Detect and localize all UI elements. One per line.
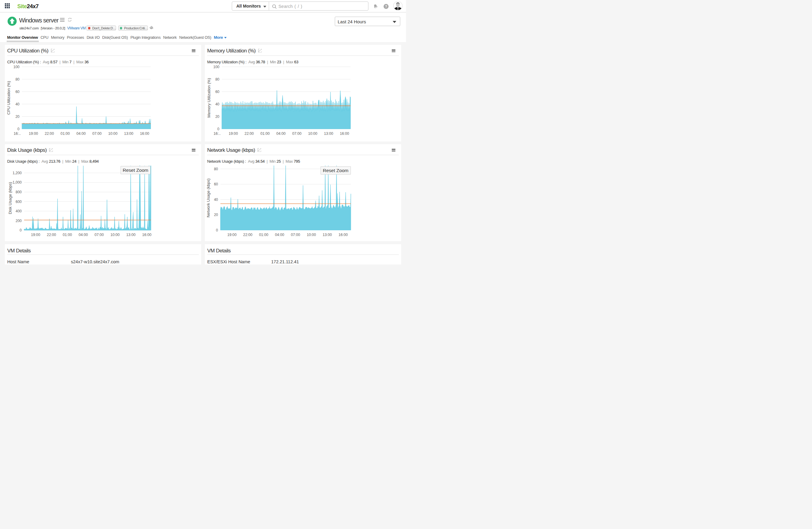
- svg-text:60: 60: [15, 90, 20, 94]
- svg-text:13:00: 13:00: [323, 233, 332, 237]
- svg-text:01:00: 01:00: [261, 132, 270, 136]
- svg-text:100: 100: [213, 65, 219, 69]
- svg-text:1,200: 1,200: [12, 171, 21, 175]
- svg-text:100: 100: [13, 65, 19, 69]
- svg-text:19:00: 19:00: [31, 233, 40, 237]
- svg-text:40: 40: [15, 102, 20, 106]
- svg-text:Memory Utilization (%): Memory Utilization (%): [207, 78, 211, 118]
- svg-text:04:00: 04:00: [276, 132, 286, 136]
- svg-text:16:00: 16:00: [340, 132, 349, 136]
- svg-text:10:00: 10:00: [108, 132, 118, 136]
- svg-text:80: 80: [214, 167, 218, 171]
- svg-text:Disk Usage (kbps): Disk Usage (kbps): [8, 182, 12, 214]
- svg-text:13:00: 13:00: [124, 132, 134, 136]
- svg-text:19:00: 19:00: [29, 132, 38, 136]
- svg-text:Network Usage (kbps): Network Usage (kbps): [206, 178, 211, 218]
- svg-text:1,000: 1,000: [12, 180, 21, 185]
- svg-text:16:00: 16:00: [142, 233, 151, 237]
- svg-text:13:00: 13:00: [126, 233, 136, 237]
- svg-text:20: 20: [15, 115, 20, 119]
- svg-text:16:00: 16:00: [338, 233, 348, 237]
- svg-text:60: 60: [214, 182, 218, 186]
- svg-text:0: 0: [216, 228, 218, 232]
- svg-text:0: 0: [18, 127, 20, 131]
- svg-text:01:00: 01:00: [61, 132, 70, 136]
- svg-text:01:00: 01:00: [259, 233, 269, 237]
- svg-text:10:00: 10:00: [308, 132, 318, 136]
- svg-text:40: 40: [215, 102, 220, 106]
- svg-text:07:00: 07:00: [291, 233, 300, 237]
- svg-text:22:00: 22:00: [47, 233, 56, 237]
- svg-text:0: 0: [20, 228, 22, 232]
- svg-text:200: 200: [15, 219, 21, 223]
- svg-text:800: 800: [15, 190, 21, 194]
- svg-text:16:..: 16:..: [214, 132, 221, 136]
- svg-text:07:00: 07:00: [95, 233, 104, 237]
- svg-text:16:00: 16:00: [140, 132, 149, 136]
- svg-text:22:00: 22:00: [243, 233, 253, 237]
- svg-text:?: ?: [385, 4, 387, 8]
- svg-text:CPU Utilization (%): CPU Utilization (%): [6, 81, 11, 115]
- svg-text:0: 0: [217, 127, 219, 131]
- svg-text:04:00: 04:00: [79, 233, 88, 237]
- svg-text:07:00: 07:00: [92, 132, 102, 136]
- svg-text:22:00: 22:00: [245, 132, 254, 136]
- svg-text:04:00: 04:00: [275, 233, 285, 237]
- svg-text:400: 400: [15, 209, 21, 213]
- svg-text:600: 600: [15, 200, 21, 204]
- svg-text:01:00: 01:00: [63, 233, 72, 237]
- svg-text:19:00: 19:00: [227, 233, 237, 237]
- svg-text:13:00: 13:00: [324, 132, 333, 136]
- svg-text:20: 20: [215, 115, 220, 119]
- svg-text:22:00: 22:00: [45, 132, 54, 136]
- svg-text:40: 40: [214, 197, 218, 202]
- svg-text:60: 60: [215, 90, 220, 94]
- svg-text:80: 80: [215, 77, 220, 82]
- svg-text:20: 20: [214, 213, 218, 217]
- svg-text:16:..: 16:..: [14, 132, 21, 136]
- svg-text:07:00: 07:00: [292, 132, 302, 136]
- svg-text:10:00: 10:00: [307, 233, 316, 237]
- svg-text:80: 80: [15, 77, 20, 82]
- svg-text:19:00: 19:00: [229, 132, 238, 136]
- svg-text:04:00: 04:00: [76, 132, 86, 136]
- svg-text:10:00: 10:00: [110, 233, 120, 237]
